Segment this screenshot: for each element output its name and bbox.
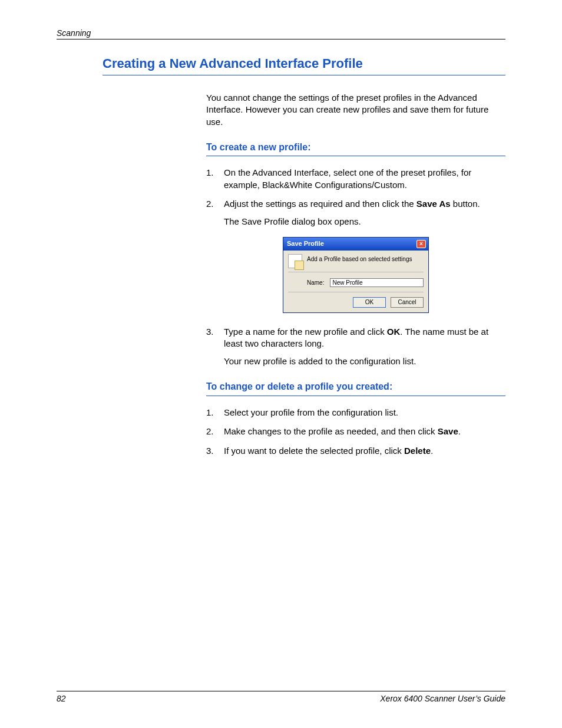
step-1-text: On the Advanced Interface, select one of… [224, 167, 471, 189]
profile-name-input[interactable] [330, 278, 424, 287]
steps-create: On the Advanced Interface, select one of… [206, 167, 505, 367]
step-1: On the Advanced Interface, select one of… [206, 167, 505, 191]
cd-step-3-text-b: . [431, 446, 433, 456]
close-icon[interactable]: × [416, 240, 426, 248]
cd-step-2-text-a: Make changes to the profile as needed, a… [224, 426, 438, 436]
step-3-bold: OK [387, 327, 401, 337]
step-3-after: Your new profile is added to the configu… [224, 355, 505, 367]
step-3-text-a: Type a name for the new profile and clic… [224, 327, 387, 337]
cd-step-1-text: Select your profile from the configurati… [224, 407, 398, 417]
name-label: Name: [307, 279, 324, 287]
cancel-button[interactable]: Cancel [391, 297, 424, 308]
step-2-text-a: Adjust the settings as required and then… [224, 199, 416, 209]
cd-step-2: Make changes to the profile as needed, a… [206, 426, 505, 437]
running-head: Scanning [57, 28, 505, 39]
step-2-text-b: button. [451, 199, 480, 209]
subheading-change-delete: To change or delete a profile you create… [206, 380, 505, 396]
cd-step-3-bold: Delete [404, 446, 431, 456]
subheading-create: To create a new profile: [206, 141, 505, 157]
cd-step-2-bold: Save [438, 426, 458, 436]
ok-button[interactable]: OK [353, 297, 386, 308]
page-number: 82 [57, 694, 66, 703]
save-profile-dialog: Save Profile × Add a Profile based on se… [283, 237, 505, 312]
dialog-title-text: Save Profile [287, 239, 324, 248]
step-2-bold: Save As [416, 199, 451, 209]
step-2-after: The Save Profile dialog box opens. [224, 216, 505, 228]
cd-step-1: Select your profile from the configurati… [206, 407, 505, 419]
intro-paragraph: You cannot change the settings of the pr… [206, 92, 505, 128]
cd-step-2-text-b: . [458, 426, 461, 436]
steps-change-delete: Select your profile from the configurati… [206, 407, 505, 457]
step-2: Adjust the settings as required and then… [206, 198, 505, 313]
cd-step-3-text-a: If you want to delete the selected profi… [224, 446, 404, 456]
page-title: Creating a New Advanced Interface Profil… [103, 56, 505, 75]
footer-doc-title: Xerox 6400 Scanner User’s Guide [380, 694, 505, 703]
step-3: Type a name for the new profile and clic… [206, 326, 505, 368]
document-icon [288, 254, 302, 268]
dialog-description: Add a Profile based on selected settings [307, 254, 412, 263]
dialog-titlebar: Save Profile × [283, 238, 428, 251]
cd-step-3: If you want to delete the selected profi… [206, 445, 505, 457]
